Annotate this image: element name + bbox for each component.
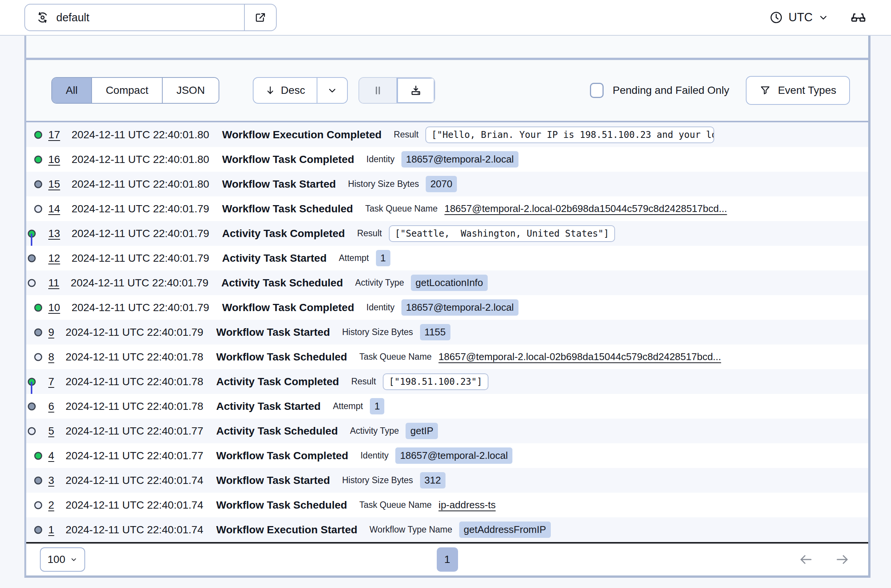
task-queue-link[interactable]: 18657@temporal-2.local-02b698da15044c579… <box>444 203 727 215</box>
event-attribute-label: Result <box>394 130 419 140</box>
event-id-link[interactable]: 3 <box>48 474 54 487</box>
clock-icon <box>769 11 783 24</box>
event-timestamp: 2024-12-11 UTC 22:40:01.77 <box>66 450 203 462</box>
event-row[interactable]: 62024-12-11 UTC 22:40:01.78Activity Task… <box>26 394 868 419</box>
event-timestamp: 2024-12-11 UTC 22:40:01.74 <box>66 524 203 536</box>
event-row[interactable]: 72024-12-11 UTC 22:40:01.78Activity Task… <box>26 369 868 394</box>
open-namespace-button[interactable] <box>244 5 276 30</box>
event-id-link[interactable]: 12 <box>48 252 60 264</box>
download-button[interactable] <box>396 78 434 103</box>
event-row[interactable]: 142024-12-11 UTC 22:40:01.79Workflow Tas… <box>26 196 868 221</box>
event-attribute-label: Task Queue Name <box>359 500 431 510</box>
event-row[interactable]: 92024-12-11 UTC 22:40:01.79Workflow Task… <box>26 320 868 345</box>
event-id-link[interactable]: 5 <box>48 425 54 437</box>
timezone-picker[interactable]: UTC <box>769 11 829 24</box>
sort-dropdown-button[interactable] <box>317 78 347 103</box>
tab-compact[interactable]: Compact <box>92 78 163 103</box>
task-queue-link[interactable]: ip-address-ts <box>439 499 496 511</box>
pending-failed-filter[interactable]: Pending and Failed Only <box>590 83 729 98</box>
event-row[interactable]: 102024-12-11 UTC 22:40:01.79Workflow Tas… <box>26 295 868 320</box>
pending-failed-label: Pending and Failed Only <box>613 84 729 96</box>
event-name: Workflow Task Completed <box>216 450 348 462</box>
previous-page-arrow[interactable] <box>798 552 813 567</box>
event-timestamp: 2024-12-11 UTC 22:40:01.80 <box>71 129 209 141</box>
event-id-link[interactable]: 11 <box>48 277 59 289</box>
per-page-select[interactable]: 100 <box>40 547 85 572</box>
filter-funnel-icon <box>759 85 771 96</box>
labs-glasses-icon[interactable] <box>850 9 867 26</box>
event-timestamp: 2024-12-11 UTC 22:40:01.74 <box>66 499 203 511</box>
event-id-link[interactable]: 16 <box>48 153 60 166</box>
event-status-dot <box>28 279 36 287</box>
task-queue-link[interactable]: 18657@temporal-2.local-02b698da15044c579… <box>439 351 721 363</box>
event-id-link[interactable]: 9 <box>48 326 54 338</box>
event-status-dot <box>34 328 42 336</box>
external-link-icon <box>254 11 266 24</box>
event-timestamp: 2024-12-11 UTC 22:40:01.80 <box>71 178 209 190</box>
event-row[interactable]: 42024-12-11 UTC 22:40:01.77Workflow Task… <box>26 443 868 468</box>
event-status-dot <box>34 353 42 361</box>
event-id-link[interactable]: 1 <box>48 524 54 536</box>
sort-desc-button[interactable]: Desc <box>254 78 317 103</box>
event-row[interactable]: 22024-12-11 UTC 22:40:01.74Workflow Task… <box>26 493 868 517</box>
event-timestamp: 2024-12-11 UTC 22:40:01.78 <box>66 351 203 363</box>
event-row[interactable]: 162024-12-11 UTC 22:40:01.80Workflow Tas… <box>26 147 868 172</box>
event-id-link[interactable]: 15 <box>48 178 60 190</box>
event-id-link[interactable]: 6 <box>48 400 54 413</box>
event-row[interactable]: 32024-12-11 UTC 22:40:01.74Workflow Task… <box>26 468 868 493</box>
pause-button[interactable] <box>359 78 396 103</box>
next-page-arrow[interactable] <box>835 552 850 567</box>
event-id-link[interactable]: 8 <box>48 351 54 363</box>
event-attribute-label: Attempt <box>333 401 363 411</box>
event-row[interactable]: 12024-12-11 UTC 22:40:01.74Workflow Exec… <box>26 517 868 542</box>
event-row[interactable]: 122024-12-11 UTC 22:40:01.79Activity Tas… <box>26 246 868 270</box>
event-attribute-badge: getIP <box>406 423 438 439</box>
timezone-value: UTC <box>788 11 813 24</box>
tab-json[interactable]: JSON <box>163 78 219 103</box>
namespace-combobox[interactable]: default <box>24 4 277 31</box>
event-attribute-badge: 1 <box>376 250 390 266</box>
page-number-button[interactable]: 1 <box>437 547 458 572</box>
tab-all[interactable]: All <box>52 78 92 103</box>
event-row[interactable]: 132024-12-11 UTC 22:40:01.79Activity Tas… <box>26 221 868 246</box>
event-row[interactable]: 172024-12-11 UTC 22:40:01.80Workflow Exe… <box>26 122 868 147</box>
arrow-down-icon <box>265 85 276 96</box>
event-attribute-code: ["198.51.100.23"] <box>383 373 488 390</box>
event-id-link[interactable]: 10 <box>48 302 60 314</box>
event-status-dot <box>34 131 42 139</box>
event-attribute-badge: 18657@temporal-2.local <box>395 447 512 464</box>
event-types-filter-button[interactable]: Event Types <box>746 76 850 105</box>
event-attribute-label: Identity <box>366 302 395 313</box>
event-row[interactable]: 152024-12-11 UTC 22:40:01.80Workflow Tas… <box>26 172 868 196</box>
event-name: Activity Task Scheduled <box>216 425 338 437</box>
event-id-link[interactable]: 13 <box>48 228 60 240</box>
event-timestamp: 2024-12-11 UTC 22:40:01.79 <box>71 302 209 314</box>
event-attribute-label: Task Queue Name <box>359 352 431 362</box>
event-id-link[interactable]: 14 <box>48 203 60 215</box>
namespace-value: default <box>56 11 89 24</box>
event-name: Workflow Task Started <box>216 474 330 487</box>
event-id-link[interactable]: 4 <box>48 450 54 462</box>
event-id-link[interactable]: 7 <box>48 376 54 388</box>
event-status-dot <box>34 476 42 484</box>
event-timestamp: 2024-12-11 UTC 22:40:01.74 <box>66 474 203 487</box>
event-id-link[interactable]: 17 <box>48 129 60 141</box>
event-name: Activity Task Completed <box>216 376 339 388</box>
event-timestamp: 2024-12-11 UTC 22:40:01.79 <box>71 277 208 289</box>
event-attribute-badge: 18657@temporal-2.local <box>401 151 518 168</box>
event-name: Workflow Task Completed <box>222 302 354 314</box>
event-attribute-label: Identity <box>360 450 388 461</box>
event-row[interactable]: 52024-12-11 UTC 22:40:01.77Activity Task… <box>26 419 868 443</box>
event-status-dot <box>34 180 42 188</box>
event-row[interactable]: 82024-12-11 UTC 22:40:01.78Workflow Task… <box>26 345 868 369</box>
event-row[interactable]: 112024-12-11 UTC 22:40:01.79Activity Tas… <box>26 270 868 295</box>
event-attribute-label: Task Queue Name <box>365 204 438 214</box>
download-icon <box>410 84 422 96</box>
event-attribute-label: History Size Bytes <box>348 179 419 189</box>
event-name: Workflow Task Started <box>222 178 336 190</box>
pending-failed-checkbox[interactable] <box>590 83 604 98</box>
namespace-selector[interactable]: default <box>25 5 244 30</box>
event-id-link[interactable]: 2 <box>48 499 54 511</box>
event-name: Activity Task Started <box>222 252 327 264</box>
pause-download-group <box>358 77 435 104</box>
